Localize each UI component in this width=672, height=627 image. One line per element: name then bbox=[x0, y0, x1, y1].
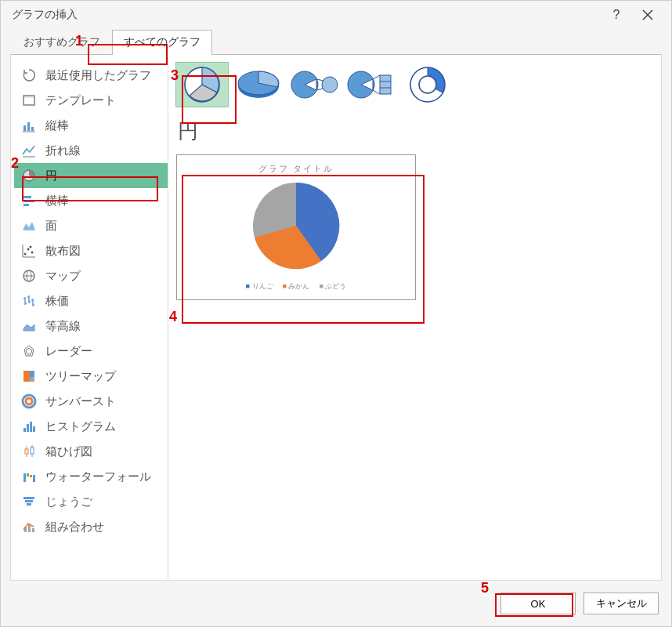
svg-rect-33 bbox=[27, 503, 31, 506]
svg-rect-1 bbox=[23, 96, 34, 98]
radar-chart-icon bbox=[20, 342, 38, 360]
map-icon bbox=[20, 267, 38, 285]
category-histogram[interactable]: ヒストグラム bbox=[14, 414, 168, 439]
svg-rect-2 bbox=[23, 125, 26, 131]
category-treemap[interactable]: ツリーマップ bbox=[14, 364, 168, 389]
svg-point-11 bbox=[31, 252, 34, 254]
category-sunburst[interactable]: サンバースト bbox=[14, 389, 168, 414]
svg-rect-43 bbox=[380, 75, 391, 94]
template-icon bbox=[20, 92, 38, 109]
content-area: 最近使用したグラフ テンプレート 縦棒 折れ線 円 横棒 bbox=[10, 54, 662, 581]
svg-rect-18 bbox=[30, 377, 34, 382]
chart-subtype-row bbox=[176, 63, 653, 107]
category-line[interactable]: 折れ線 bbox=[14, 138, 168, 163]
tab-all-charts[interactable]: すべてのグラフ bbox=[112, 30, 212, 55]
area-chart-icon bbox=[20, 217, 38, 234]
line-chart-icon bbox=[20, 142, 38, 159]
chart-preview-title: グラフ タイトル bbox=[258, 163, 334, 175]
subtype-bar-of-pie[interactable] bbox=[345, 63, 397, 107]
category-boxwhisker[interactable]: 箱ひげ図 bbox=[14, 439, 168, 464]
main-panel: 円 グラフ タイトル りんご みかん ぶどう bbox=[168, 55, 661, 580]
chart-preview[interactable]: グラフ タイトル りんご みかん ぶどう bbox=[176, 154, 416, 300]
svg-marker-15 bbox=[26, 348, 32, 354]
histogram-icon bbox=[20, 418, 38, 435]
category-label: テンプレート bbox=[45, 93, 116, 108]
category-label: 株価 bbox=[45, 294, 69, 309]
boxwhisker-icon bbox=[20, 443, 38, 460]
svg-rect-32 bbox=[25, 500, 33, 502]
chart-category-list: 最近使用したグラフ テンプレート 縦棒 折れ線 円 横棒 bbox=[11, 55, 168, 580]
svg-rect-23 bbox=[30, 422, 32, 432]
svg-rect-6 bbox=[23, 196, 31, 198]
selected-chart-name: 円 bbox=[178, 118, 653, 145]
subtype-pie-2d[interactable] bbox=[176, 63, 228, 107]
svg-point-20 bbox=[26, 398, 32, 404]
svg-rect-27 bbox=[23, 473, 26, 482]
treemap-icon bbox=[20, 368, 38, 385]
svg-rect-7 bbox=[23, 200, 34, 202]
ok-button[interactable]: OK bbox=[500, 593, 576, 614]
category-column[interactable]: 縦棒 bbox=[14, 113, 168, 138]
bar-chart-icon bbox=[20, 192, 38, 209]
category-scatter[interactable]: 散布図 bbox=[14, 238, 168, 263]
category-template[interactable]: テンプレート bbox=[14, 88, 168, 113]
combo-chart-icon bbox=[20, 518, 38, 535]
category-area[interactable]: 面 bbox=[14, 213, 168, 238]
cancel-button[interactable]: キャンセル bbox=[583, 593, 659, 614]
legend-item: みかん bbox=[283, 281, 310, 292]
pie-preview-graphic bbox=[245, 175, 347, 277]
category-label: サンバースト bbox=[45, 394, 116, 409]
category-label: じょうご bbox=[45, 495, 92, 509]
category-funnel[interactable]: じょうご bbox=[14, 489, 168, 514]
category-label: 等高線 bbox=[45, 319, 81, 334]
category-waterfall[interactable]: ウォーターフォール bbox=[14, 464, 168, 489]
category-label: ウォーターフォール bbox=[45, 469, 151, 484]
sunburst-icon bbox=[20, 393, 38, 410]
subtype-pie-of-pie[interactable] bbox=[289, 63, 341, 107]
help-button[interactable]: ? bbox=[601, 3, 632, 27]
svg-rect-35 bbox=[28, 524, 31, 532]
svg-point-41 bbox=[322, 77, 338, 92]
category-recent[interactable]: 最近使用したグラフ bbox=[14, 63, 168, 88]
category-combo[interactable]: 組み合わせ bbox=[14, 514, 168, 539]
svg-rect-3 bbox=[27, 122, 30, 131]
subtype-pie-3d[interactable] bbox=[233, 63, 284, 107]
pie-chart-icon bbox=[20, 167, 38, 184]
title-bar: グラフの挿入 ? bbox=[1, 1, 671, 29]
svg-rect-4 bbox=[31, 127, 34, 131]
chart-preview-legend: りんご みかん ぶどう bbox=[246, 281, 347, 292]
funnel-icon bbox=[20, 493, 38, 510]
svg-rect-30 bbox=[33, 475, 35, 482]
dialog-footer: OK キャンセル bbox=[1, 581, 671, 626]
category-label: レーダー bbox=[45, 344, 92, 359]
svg-point-10 bbox=[27, 248, 30, 251]
category-label: ツリーマップ bbox=[45, 369, 116, 384]
stock-chart-icon bbox=[20, 292, 38, 310]
tab-recommended[interactable]: おすすめグラフ bbox=[12, 30, 112, 55]
category-map[interactable]: マップ bbox=[14, 263, 168, 288]
category-bar[interactable]: 横棒 bbox=[14, 188, 168, 213]
svg-rect-17 bbox=[30, 371, 34, 377]
category-stock[interactable]: 株価 bbox=[14, 288, 168, 314]
category-label: 最近使用したグラフ bbox=[45, 68, 151, 83]
category-radar[interactable]: レーダー bbox=[14, 339, 168, 364]
dialog-title: グラフの挿入 bbox=[12, 8, 601, 22]
category-pie[interactable]: 円 bbox=[14, 163, 168, 188]
category-label: ヒストグラム bbox=[45, 419, 116, 434]
scatter-chart-icon bbox=[20, 242, 38, 259]
svg-rect-24 bbox=[33, 426, 35, 432]
subtype-doughnut[interactable] bbox=[402, 63, 453, 107]
svg-point-45 bbox=[419, 76, 436, 93]
svg-rect-29 bbox=[30, 475, 32, 477]
svg-point-12 bbox=[30, 246, 32, 248]
category-surface[interactable]: 等高線 bbox=[14, 314, 168, 339]
close-button[interactable] bbox=[632, 3, 663, 27]
category-label: マップ bbox=[45, 269, 81, 284]
category-label: 散布図 bbox=[45, 244, 81, 259]
category-label: 縦棒 bbox=[45, 118, 69, 133]
tab-bar: おすすめグラフ すべてのグラフ bbox=[1, 29, 671, 54]
svg-rect-22 bbox=[27, 424, 29, 432]
svg-rect-16 bbox=[23, 371, 30, 382]
svg-rect-36 bbox=[32, 528, 34, 532]
recent-icon bbox=[20, 67, 38, 84]
